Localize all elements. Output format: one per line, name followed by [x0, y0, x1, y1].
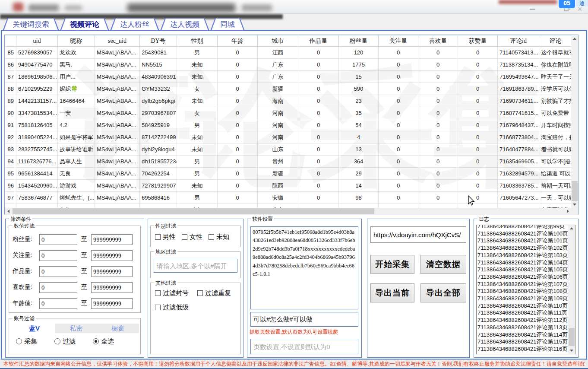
h-scrollbar-thumb[interactable] [13, 208, 374, 214]
scroll-right-button[interactable] [564, 208, 571, 215]
checkbox-过滤低级[interactable]: 过滤低级 [155, 303, 197, 312]
numeric-max-input[interactable] [91, 298, 133, 309]
log-scroll-down-button[interactable] [568, 347, 575, 354]
log-line: 7113864346882608421评论第99页 [477, 225, 566, 230]
checkbox-过滤封号[interactable]: 过滤封号 [155, 289, 197, 297]
column-header-昵称[interactable]: 昵称 [58, 35, 95, 47]
table-row[interactable]: 9615434520960...游游戏MS4wLjABAA...72781929… [5, 180, 572, 192]
cell-获赞量: 0 [458, 95, 498, 107]
action-button-清空数据[interactable]: 清空数据 [420, 255, 466, 274]
tab-label: 视频评论 [61, 19, 108, 30]
table-row[interactable]: 9231890405224...如果是宇将军...MS4wLjABAA...87… [5, 131, 572, 143]
table-row[interactable]: 91758181264054.2MS4wLjABAA...584925919男0… [5, 119, 572, 131]
table-row[interactable]: 8867102995229妮妮🍀MS4wLjABAA...GYM33232女0新… [5, 83, 572, 95]
column-header-年龄[interactable]: 年龄 [218, 35, 258, 47]
tab-关键词搜索[interactable]: 关键词搜索 [3, 18, 59, 31]
numeric-max-input[interactable] [91, 250, 133, 261]
row-number: 94 [5, 156, 16, 168]
tab-达人视频[interactable]: 达人视频 [160, 18, 209, 31]
cell-城市: 安徽 [258, 192, 298, 204]
numeric-max-input[interactable] [91, 234, 133, 245]
numeric-max-input[interactable] [91, 266, 133, 277]
column-header-喜欢量[interactable]: 喜欢量 [418, 35, 458, 47]
checkbox-icon [155, 305, 161, 310]
cell-作品量: 0 [298, 156, 339, 168]
table-row[interactable]: 8694904775470黑马.MS4wLjABAA...NN5515未知0广东… [5, 59, 572, 71]
column-header-DY号[interactable]: DY号 [140, 35, 177, 47]
cell-sec_uid: MS4wLjABAA... [95, 192, 140, 204]
table-row[interactable]: 9775836746877烤蚝先生、(...MS4wLjABAA...69586… [5, 192, 572, 204]
table-row[interactable]: 9328327552745...故事讲给谁听MS4wLjABAA...dyhl2… [5, 143, 572, 156]
token-textarea[interactable]: 007952f5b5b741eb1ef95068a8d1b95e4d03b8a4… [250, 226, 358, 309]
filter-words-input[interactable] [250, 312, 358, 327]
tab-达人粉丝[interactable]: 达人粉丝 [110, 18, 159, 31]
numeric-min-input[interactable] [39, 250, 77, 261]
numeric-min-input[interactable] [39, 282, 77, 293]
radio-采集[interactable]: 采集 [16, 337, 37, 346]
action-button-导出全部[interactable]: 导出全部 [420, 283, 466, 302]
column-header-获赞量[interactable]: 获赞量 [458, 35, 498, 47]
cell-获赞量: 0 [458, 192, 498, 204]
checkbox-男性[interactable]: 男性 [155, 233, 176, 241]
radio-过滤[interactable]: 过滤 [54, 337, 76, 346]
table-row[interactable]: 8552769839057龙欢欢MS4wLjABAA...25439081男0江… [5, 47, 572, 59]
cell-uid: 94904775470 [16, 59, 58, 71]
cell-DY号: NN5515 [140, 59, 177, 71]
cell-喜欢量: 0 [418, 204, 458, 208]
table-row[interactable]: 8718696198506...用户...MS4wLjABAA...483409… [5, 71, 572, 83]
cell-评论: 昨天干了一天 .. [539, 71, 572, 83]
radio-全选[interactable]: 全选 [93, 337, 114, 346]
action-button-导出当前[interactable]: 导出当前 [370, 283, 414, 302]
numeric-min-input[interactable] [39, 266, 77, 277]
cell-昵称: 品享人生 [58, 156, 95, 168]
table-row[interactable]: 9033473815534...一安MS4wLjABAA...297039678… [5, 107, 572, 119]
tab-bar: 关键词搜索视频评论达人粉丝达人视频同城 [3, 18, 245, 31]
log-scroll-up-button[interactable] [568, 225, 575, 232]
column-header-作品量[interactable]: 作品量 [298, 35, 339, 47]
numeric-min-input[interactable] [39, 234, 77, 245]
tab-同城[interactable]: 同城 [210, 18, 245, 31]
censored-title-text [28, 4, 59, 11]
column-header-性别[interactable]: 性别 [177, 35, 218, 47]
column-header-评论[interactable]: 评论 [539, 35, 572, 47]
scroll-left-button[interactable] [5, 208, 12, 215]
segment-蓝V[interactable]: 蓝V [13, 324, 55, 333]
pages-input[interactable] [250, 339, 358, 354]
v-scrollbar-thumb[interactable] [572, 181, 578, 201]
scroll-up-button[interactable] [571, 35, 578, 42]
column-header-粉丝量[interactable]: 粉丝量 [339, 35, 379, 47]
segment-私密[interactable]: 私密 [55, 324, 97, 333]
cell-城市: 广东 [258, 59, 298, 71]
row-number: 91 [5, 119, 16, 131]
column-header-评论id[interactable]: 评论id [498, 35, 539, 47]
table-row[interactable]: 9898440083202七年8MS4wLjABAAAMV_mai.03.05未… [5, 204, 572, 208]
scroll-down-button[interactable] [571, 201, 578, 208]
minimize-button[interactable] [528, 5, 537, 13]
cell-评论: 开车时间按照... [539, 119, 572, 131]
column-header-uid[interactable]: uid [16, 35, 58, 47]
table-row[interactable]: 9596561384414无良MS4wLjABAA...704262254男0新… [5, 168, 572, 180]
checkbox-未知[interactable]: 未知 [209, 233, 229, 241]
checkbox-label: 过滤封号 [163, 289, 189, 296]
table-row[interactable]: 8914422131157...16466464MS4wLjABAA...dyf… [5, 95, 572, 107]
table-row[interactable]: 9411167326776...品享人生MS4wLjABAA...dh15185… [5, 156, 572, 168]
action-button-开始采集[interactable]: 开始采集 [370, 255, 414, 274]
column-header-关注量[interactable]: 关注量 [379, 35, 418, 47]
checkbox-女性[interactable]: 女性 [182, 233, 202, 241]
log-listbox[interactable]: 7113864346882608421评论第99页711386434688260… [476, 225, 575, 354]
tab-视频评论[interactable]: 视频评论 [60, 18, 109, 31]
column-header-sec_uid[interactable]: sec_uid [95, 35, 140, 47]
checkbox-过滤重复[interactable]: 过滤重复 [197, 289, 240, 297]
segment-橱窗[interactable]: 橱窗 [97, 324, 139, 333]
column-header-城市[interactable]: 城市 [258, 35, 298, 47]
region-input[interactable] [154, 259, 237, 273]
numeric-max-input[interactable] [91, 282, 133, 293]
cell-关注量: 0 [379, 180, 418, 192]
cell-昵称: 故事讲给谁听 [58, 143, 95, 156]
numeric-min-input[interactable] [39, 298, 77, 309]
account-filter-title: 账号过滤 [13, 315, 36, 322]
video-url-input[interactable] [370, 226, 466, 243]
cell-关注量: 0 [379, 59, 418, 71]
cell-评论: 别被骗了才找... [539, 95, 572, 107]
log-scrollbar-thumb[interactable] [569, 328, 575, 346]
